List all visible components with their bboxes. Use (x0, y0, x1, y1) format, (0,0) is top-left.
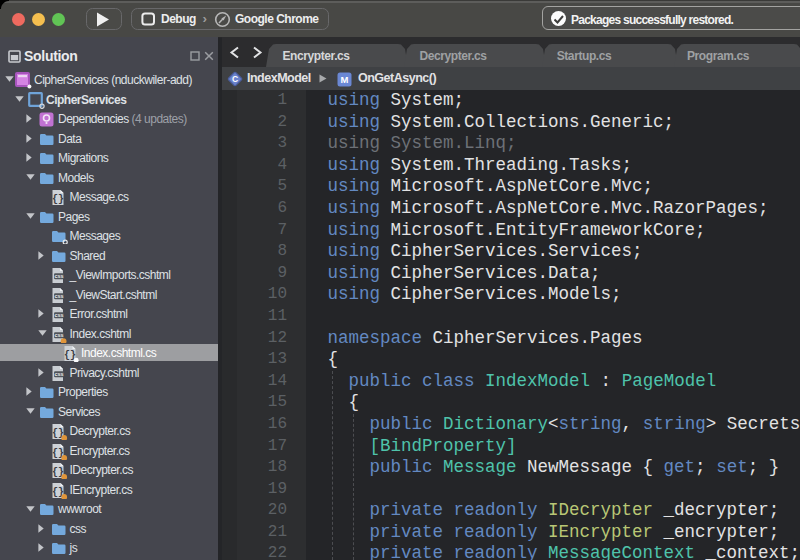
svg-text:css: css (54, 292, 63, 298)
svg-text:css: css (54, 331, 63, 337)
svg-text:{}: {} (52, 194, 64, 205)
svg-text:{}: {} (64, 350, 76, 361)
svg-text:M: M (341, 74, 349, 85)
svg-text:css: css (54, 273, 63, 279)
svg-text:css: css (54, 312, 63, 318)
svg-text:C: C (232, 74, 238, 84)
svg-text:css: css (54, 370, 63, 376)
